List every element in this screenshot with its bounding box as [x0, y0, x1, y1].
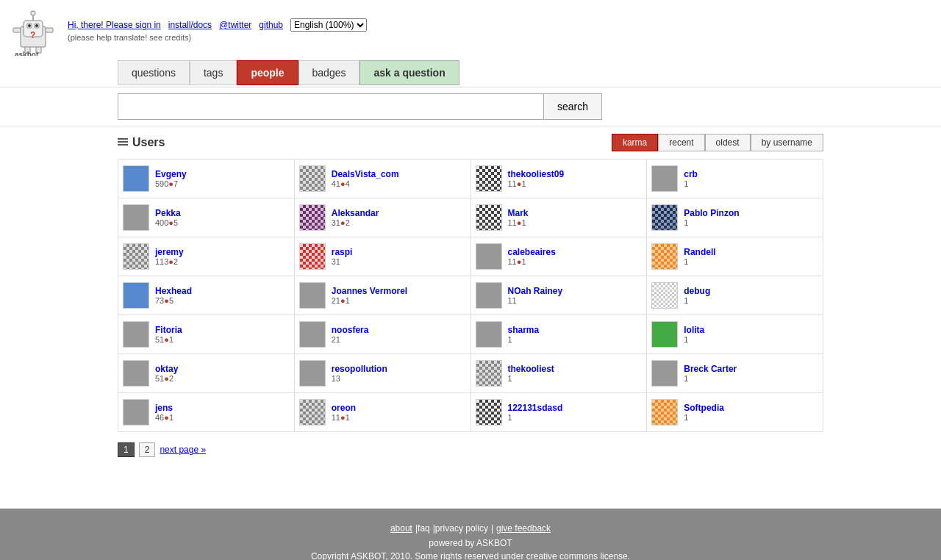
user-cell: Evgeny590●7 [118, 159, 295, 198]
sort-tab-recent[interactable]: recent [658, 134, 704, 151]
user-avatar [651, 165, 678, 192]
nav-tab-ask[interactable]: ask a question [359, 60, 459, 85]
user-name-link[interactable]: crb [684, 169, 698, 179]
user-avatar [651, 321, 678, 348]
user-avatar [476, 204, 502, 231]
user-avatar [476, 243, 502, 270]
search-button[interactable]: search [544, 93, 602, 120]
user-karma: 1 [684, 296, 710, 305]
user-name-link[interactable]: Mark [508, 208, 529, 218]
user-name-link[interactable]: Randell [684, 247, 715, 257]
user-name-link[interactable]: Joannes Vermorel [332, 286, 407, 296]
user-name-link[interactable]: jens [155, 403, 173, 413]
user-cell: lolita1 [647, 315, 823, 354]
user-info: Breck Carter1 [684, 364, 737, 383]
user-name-link[interactable]: oktay [155, 364, 178, 374]
user-avatar [299, 165, 326, 192]
user-name-link[interactable]: Breck Carter [684, 364, 737, 374]
user-cell: noosfera21 [295, 315, 471, 354]
search-input[interactable] [118, 93, 544, 120]
user-cell: Breck Carter1 [647, 354, 823, 393]
user-avatar [123, 204, 149, 231]
user-cell: jens46●1 [118, 393, 295, 432]
user-info: DealsVista_com41●4 [332, 169, 399, 188]
user-name-link[interactable]: Pablo Pinzon [684, 208, 739, 218]
user-name-link[interactable]: sharma [508, 325, 540, 335]
github-link[interactable]: github [259, 20, 283, 30]
user-name-link[interactable]: NOah Rainey [508, 286, 563, 296]
svg-point-4 [28, 24, 31, 27]
user-name-link[interactable]: DealsVista_com [332, 169, 399, 179]
page-2-link[interactable]: 2 [139, 442, 156, 457]
nav-bar: questions tags people badges ask a quest… [0, 60, 941, 85]
sort-tabs: karma recent oldest by username [612, 134, 823, 151]
powered-by: powered by ASKBOT [7, 538, 934, 548]
user-info: sharma1 [508, 325, 540, 344]
user-name-link[interactable]: thekooliest09 [508, 169, 565, 179]
user-info: oktay51●2 [155, 364, 178, 383]
user-avatar [123, 360, 149, 387]
feedback-link[interactable]: give feedback [496, 523, 551, 534]
user-info: debug1 [684, 286, 710, 305]
user-name-link[interactable]: thekooliest [508, 364, 554, 374]
install-docs-link[interactable]: install/docs [168, 20, 212, 30]
svg-rect-10 [46, 28, 53, 32]
sort-tab-oldest[interactable]: oldest [705, 134, 751, 151]
next-page-link[interactable]: next page » [160, 445, 206, 455]
search-bar: search [0, 87, 941, 126]
user-name-link[interactable]: resopollution [332, 364, 387, 374]
user-karma: 46●1 [155, 413, 173, 422]
user-name-link[interactable]: lolita [684, 325, 704, 335]
user-name-link[interactable]: oreon [332, 403, 356, 413]
sort-tab-karma[interactable]: karma [612, 134, 658, 151]
nav-tab-people[interactable]: people [237, 60, 298, 85]
user-name-link[interactable]: raspi [332, 247, 353, 257]
user-info: NOah Rainey11 [508, 286, 563, 305]
user-name-link[interactable]: noosfera [332, 325, 369, 335]
user-cell: thekooliest1 [471, 354, 648, 393]
user-avatar [299, 282, 326, 309]
about-link[interactable]: about [390, 523, 412, 534]
user-cell: 122131sdasd1 [471, 393, 648, 432]
user-info: Fitoria51●1 [155, 325, 182, 344]
user-karma: 1 [684, 374, 737, 383]
user-name-link[interactable]: calebeaires [508, 247, 556, 257]
user-cell: Hexhead73●5 [118, 276, 295, 315]
nav-tab-questions[interactable]: questions [118, 60, 190, 85]
user-karma: 1 [684, 257, 715, 266]
users-header: Users karma recent oldest by username [118, 134, 823, 151]
footer-faq: |faq [415, 523, 430, 534]
user-avatar [123, 165, 149, 192]
svg-point-7 [31, 11, 35, 15]
footer-links: about |faq |privacy policy | give feedba… [7, 523, 934, 534]
user-info: jens46●1 [155, 403, 173, 422]
user-karma: 1 [508, 335, 540, 344]
translate-note: (please help translate! see credits) [68, 33, 367, 42]
user-name-link[interactable]: Softpedia [684, 403, 724, 413]
user-name-link[interactable]: 122131sdasd [508, 403, 563, 413]
twitter-link[interactable]: @twitter [219, 20, 251, 30]
user-name-link[interactable]: Pekka [155, 208, 181, 218]
svg-rect-9 [13, 28, 21, 32]
sort-tab-username[interactable]: by username [751, 134, 823, 151]
user-name-link[interactable]: Evgeny [155, 169, 187, 179]
user-karma: 11●1 [508, 179, 565, 188]
svg-text:?: ? [30, 30, 35, 40]
user-avatar [476, 360, 502, 387]
users-grid: Evgeny590●7DealsVista_com41●4thekooliest… [118, 159, 823, 432]
logo-area: ? askbot [7, 4, 59, 56]
user-name-link[interactable]: Aleksandar [332, 208, 379, 218]
header: ? askbot Hi, there! Please sign in insta… [0, 0, 941, 60]
page-1-link[interactable]: 1 [118, 442, 135, 457]
user-cell: raspi31 [295, 237, 471, 276]
sign-in-link[interactable]: Hi, there! Please sign in [68, 20, 161, 30]
nav-tab-tags[interactable]: tags [190, 60, 237, 85]
user-name-link[interactable]: Fitoria [155, 325, 182, 335]
user-karma: 13 [332, 374, 387, 383]
user-name-link[interactable]: Hexhead [155, 286, 192, 296]
user-karma: 1 [508, 374, 554, 383]
user-name-link[interactable]: debug [684, 286, 710, 296]
nav-tab-badges[interactable]: badges [298, 60, 360, 85]
user-name-link[interactable]: jeremy [155, 247, 184, 257]
language-selector[interactable]: English (100%) [290, 18, 367, 32]
